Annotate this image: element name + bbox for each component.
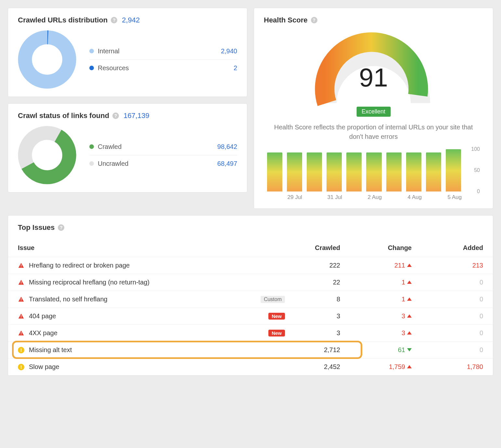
health-score-description: Health Score reflects the proportion of … <box>270 123 478 141</box>
custom-badge: Custom <box>261 296 285 303</box>
table-row[interactable]: Missing reciprocal hreflang (no return-t… <box>8 274 493 291</box>
crawled-urls-total[interactable]: 2,942 <box>122 16 140 24</box>
issue-crawled: 2,712 <box>295 342 350 359</box>
legend-value: 2,940 <box>221 47 237 55</box>
error-icon <box>18 279 24 286</box>
issue-change: 61 <box>350 342 421 359</box>
col-added[interactable]: Added <box>421 238 493 257</box>
health-gauge: 91 Excellent <box>305 30 442 115</box>
history-bar-label <box>267 194 283 201</box>
issue-added: 0 <box>421 308 493 325</box>
history-bar[interactable] <box>346 152 362 191</box>
table-row[interactable]: !Slow page 2,452 1,759 1,780 <box>8 359 493 376</box>
help-icon[interactable]: ? <box>112 112 119 119</box>
table-row[interactable]: Translated, no self hreflangCustom 8 1 0 <box>8 291 493 308</box>
health-score-title: Health Score <box>264 16 308 24</box>
help-icon[interactable]: ? <box>311 17 317 23</box>
crawl-status-card: Crawl status of links found ? 167,139 Cr… <box>8 103 247 192</box>
error-icon <box>18 330 24 336</box>
legend-item[interactable]: Internal2,940 <box>89 43 237 60</box>
issue-added: 0 <box>421 274 493 291</box>
issue-name: Missing alt text <box>29 346 285 354</box>
crawled-urls-title: Crawled URLs distribution <box>18 16 108 24</box>
table-row[interactable]: Hreflang to redirect or broken page 222 … <box>8 257 493 274</box>
health-score-value: 91 <box>359 63 388 93</box>
caret-up-icon <box>407 281 412 284</box>
svg-rect-4 <box>21 264 21 266</box>
issue-change: 211 <box>350 257 421 274</box>
issue-name: Missing reciprocal hreflang (no return-t… <box>29 279 285 286</box>
issue-change: 1,759 <box>350 359 421 376</box>
issue-crawled: 3 <box>295 325 350 342</box>
issue-change: 3 <box>350 308 421 325</box>
caret-up-icon <box>407 365 412 368</box>
issue-change: 1 <box>350 274 421 291</box>
legend-value: 98,642 <box>217 143 237 151</box>
legend-dot-icon <box>89 66 94 70</box>
health-score-badge: Excellent <box>356 107 391 117</box>
svg-rect-13 <box>21 334 21 335</box>
history-bar-label: 29 Jul <box>287 194 303 201</box>
issue-change: 1 <box>350 291 421 308</box>
legend-item[interactable]: Uncrawled68,497 <box>89 155 237 172</box>
col-crawled[interactable]: Crawled <box>295 238 350 257</box>
svg-rect-10 <box>21 315 21 317</box>
issue-change: 3 <box>350 325 421 342</box>
col-change[interactable]: Change <box>350 238 421 257</box>
issue-added: 213 <box>421 257 493 274</box>
issue-name: 4XX page <box>29 329 265 337</box>
legend-item[interactable]: Resources2 <box>89 60 237 76</box>
svg-rect-12 <box>21 332 21 334</box>
help-icon[interactable]: ? <box>111 17 117 23</box>
history-bar[interactable] <box>327 152 342 191</box>
history-bar[interactable] <box>386 152 402 191</box>
history-bar[interactable] <box>307 152 322 191</box>
issue-crawled: 22 <box>295 274 350 291</box>
error-icon <box>18 262 24 269</box>
history-bar[interactable] <box>406 152 421 191</box>
col-issue[interactable]: Issue <box>8 238 295 257</box>
issue-crawled: 8 <box>295 291 350 308</box>
issue-crawled: 2,452 <box>295 359 350 376</box>
history-bar-label: 31 Jul <box>327 194 343 201</box>
table-row[interactable]: !Missing alt text 2,712 61 0 <box>8 342 493 359</box>
legend-label: Internal <box>98 47 120 55</box>
history-bar[interactable] <box>426 152 441 191</box>
issue-name: Slow page <box>29 363 285 371</box>
legend-label: Uncrawled <box>98 160 128 167</box>
crawl-status-legend: Crawled98,642Uncrawled68,497 <box>89 138 237 172</box>
issue-added: 1,780 <box>421 359 493 376</box>
crawled-urls-legend: Internal2,940Resources2 <box>89 43 237 76</box>
table-row[interactable]: 4XX pageNew 3 3 0 <box>8 325 493 342</box>
legend-dot-icon <box>89 49 94 53</box>
axis-label: 0 <box>477 189 480 194</box>
svg-rect-5 <box>21 266 21 267</box>
svg-rect-6 <box>21 281 21 283</box>
svg-rect-7 <box>21 283 21 284</box>
crawl-status-total[interactable]: 167,139 <box>123 112 149 120</box>
top-issues-table: Issue Crawled Change Added Hreflang to r… <box>8 238 493 376</box>
warning-icon: ! <box>18 364 24 370</box>
table-row[interactable]: 404 pageNew 3 3 0 <box>8 308 493 325</box>
health-score-card: Health Score ? 91 Excellent Health Score… <box>254 8 493 209</box>
legend-label: Crawled <box>98 143 122 151</box>
history-bar[interactable] <box>287 152 302 191</box>
legend-item[interactable]: Crawled98,642 <box>89 138 237 155</box>
svg-rect-11 <box>21 317 21 318</box>
crawled-urls-donut <box>18 30 76 89</box>
axis-label: 100 <box>471 146 480 152</box>
svg-rect-9 <box>21 300 21 301</box>
legend-label: Resources <box>98 64 129 72</box>
history-bar[interactable] <box>267 152 282 191</box>
history-bar-label <box>307 194 323 201</box>
history-bar-label <box>427 194 443 201</box>
help-icon[interactable]: ? <box>58 224 64 231</box>
caret-up-icon <box>407 314 412 318</box>
issue-added: 0 <box>421 291 493 308</box>
history-bar[interactable] <box>366 152 381 191</box>
axis-label: 50 <box>474 167 480 173</box>
history-bar[interactable] <box>446 149 461 191</box>
issue-name: 404 page <box>29 312 265 320</box>
top-issues-title: Top Issues <box>18 223 55 232</box>
caret-up-icon <box>407 331 412 335</box>
